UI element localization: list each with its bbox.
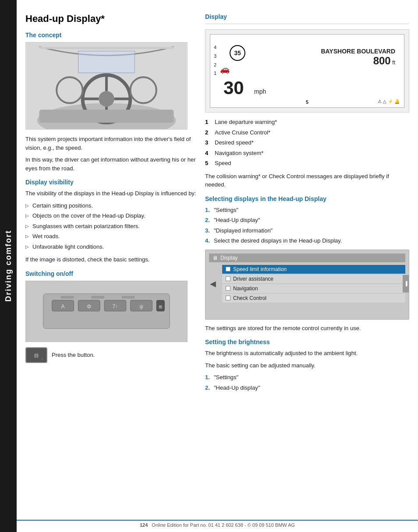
menu-item-label: Driver assistance xyxy=(233,276,273,282)
selecting-list: 1."Settings" 2."Head-Up display" 3."Disp… xyxy=(205,206,409,245)
display-note: The collision warning* or Check Control … xyxy=(205,172,409,189)
svg-text:⊟: ⊟ xyxy=(34,352,39,359)
display-heading: Display xyxy=(205,13,409,20)
list-item: Sunglasses with certain polarization fil… xyxy=(25,222,196,231)
list-item: 1."Settings" xyxy=(205,373,409,382)
menu-item-driver-assist[interactable]: Driver assistance xyxy=(222,275,405,283)
svg-rect-25 xyxy=(61,296,74,299)
list-item: 2Active Cruise Control* xyxy=(205,128,409,137)
concept-heading: The concept xyxy=(25,32,196,39)
menu-item-check-control[interactable]: Check Control xyxy=(222,294,405,303)
menu-item-label: Navigation xyxy=(233,285,258,292)
list-item: 4Navigation system* xyxy=(205,149,409,158)
footer: 124 Online Edition for Part no. 01 41 2 … xyxy=(17,520,418,528)
hud-display-image: 4 3 2 1 35 🚗 BAYSHORE BOULEVARD xyxy=(205,29,409,113)
page-title: Head-up Display* xyxy=(25,13,196,25)
brightness-heading: Setting the brightness xyxy=(205,338,409,345)
svg-rect-27 xyxy=(122,296,135,299)
hud-label2: 2 xyxy=(214,61,216,70)
list-item: Certain sitting positions. xyxy=(25,201,196,210)
hud-bg: 4 3 2 1 35 🚗 BAYSHORE BOULEVARD xyxy=(210,34,404,108)
visibility-heading: Display visibility xyxy=(25,179,196,186)
menu-checkbox xyxy=(226,286,230,291)
visibility-intro: The visibility of the displays in the He… xyxy=(25,189,196,198)
car-image xyxy=(25,42,188,130)
svg-point-3 xyxy=(99,91,114,107)
list-item: Objects on the cover of the Head-up Disp… xyxy=(25,211,196,220)
list-item: 1Lane departure warning* xyxy=(205,118,409,127)
display-items-list: 1Lane departure warning* 2Active Cruise … xyxy=(205,118,409,168)
menu-item-label: Check Control xyxy=(233,295,266,301)
svg-text:⊞: ⊞ xyxy=(159,304,162,309)
brightness-list: 1."Settings" 2."Head-Up display" xyxy=(205,373,409,392)
list-item: 5Speed xyxy=(205,159,409,168)
sidebar-label: Driving comfort xyxy=(4,230,13,302)
page-number: 124 xyxy=(140,522,148,528)
list-item: 1."Settings" xyxy=(205,206,409,215)
left-column: Head-up Display* The concept xyxy=(25,13,196,523)
hud-warning-icons: ⚠△⚡🔔 xyxy=(378,99,400,104)
right-column: Display 4 3 2 1 35 🚗 xyxy=(205,13,409,523)
menu-scrollbar[interactable]: ▐ xyxy=(403,275,409,292)
list-item: Wet roads. xyxy=(25,232,196,241)
menu-item-label: Speed limit information xyxy=(233,266,287,272)
brightness-para2: The basic setting can be adjusted manual… xyxy=(205,361,409,370)
menu-item-speed-limit[interactable]: Speed limit information xyxy=(222,265,405,274)
hud-nav-info: BAYSHORE BOULEVARD 800 ft xyxy=(321,48,395,67)
svg-text:○: ○ xyxy=(41,357,43,360)
switching-heading: Switching on/off xyxy=(25,270,196,277)
menu-title-bar: 🖥 Display xyxy=(209,254,405,262)
sidebar: Driving comfort xyxy=(0,0,17,532)
press-button-row: ⊟ ○ Press the button. xyxy=(25,347,196,363)
menu-checkbox xyxy=(226,276,230,281)
menu-item-navigation[interactable]: Navigation xyxy=(222,284,405,293)
svg-text:⚙: ⚙ xyxy=(87,303,92,310)
svg-rect-26 xyxy=(91,296,104,299)
hud-label4: 4 xyxy=(214,43,216,52)
hud-distance-unit: ft xyxy=(392,60,395,66)
svg-rect-12 xyxy=(78,51,135,73)
hud-speed: 30 xyxy=(223,78,244,99)
menu-checkbox xyxy=(226,296,230,300)
visibility-list: Certain sitting positions. Objects on th… xyxy=(25,201,196,251)
controls-image: A ⚙ 7↑ ψ ⊞ xyxy=(25,281,188,342)
hud-labels: 4 3 2 1 xyxy=(214,43,216,78)
menu-screenshot: 🖥 Display Speed limit information Driver… xyxy=(205,250,409,320)
hud-label5: 5 xyxy=(306,99,308,105)
list-item: 3."Displayed information" xyxy=(205,226,409,235)
hud-button-icon: ⊟ ○ xyxy=(25,347,47,363)
svg-text:A: A xyxy=(61,303,65,310)
hud-car-icon: 🚗 xyxy=(220,64,230,74)
hud-label3: 3 xyxy=(214,52,216,61)
list-item: 3Desired speed* xyxy=(205,138,409,147)
menu-title: Display xyxy=(220,255,237,261)
footer-text: Online Edition for Part no. 01 41 2 602 … xyxy=(152,522,295,528)
list-item: 2."Head-Up display" xyxy=(205,384,409,392)
concept-para1: This system projects important informati… xyxy=(25,135,196,152)
hud-label1: 1 xyxy=(214,69,216,78)
selecting-heading: Selecting displays in the Head-up Displa… xyxy=(205,195,409,202)
list-item: 4.Select the desired displays in the Hea… xyxy=(205,236,409,245)
list-item: Unfavorable light conditions. xyxy=(25,243,196,251)
visibility-note: If the image is distorted, check the bas… xyxy=(25,255,196,264)
concept-para2: In this way, the driver can get informat… xyxy=(25,155,196,173)
svg-text:7↑: 7↑ xyxy=(113,303,118,310)
hud-desired-speed: 35 xyxy=(230,45,245,61)
menu-icon: 🖥 xyxy=(213,255,218,261)
menu-checkbox xyxy=(226,267,230,271)
svg-text:ψ: ψ xyxy=(139,303,143,310)
hud-distance-row: 800 ft xyxy=(321,55,395,67)
hud-distance: 800 xyxy=(373,55,391,67)
svg-rect-8 xyxy=(39,109,174,123)
svg-rect-11 xyxy=(39,47,174,49)
press-button-label: Press the button. xyxy=(52,352,95,358)
brightness-para1: The brightness is automatically adjusted… xyxy=(205,349,409,358)
divider xyxy=(205,24,409,24)
hud-speed-unit: mph xyxy=(254,88,266,95)
menu-nav-left[interactable]: ◀ xyxy=(210,279,216,289)
hud-street: BAYSHORE BOULEVARD xyxy=(321,48,395,55)
settings-note: The settings are stored for the remote c… xyxy=(205,324,409,333)
list-item: 2."Head-Up display" xyxy=(205,216,409,225)
